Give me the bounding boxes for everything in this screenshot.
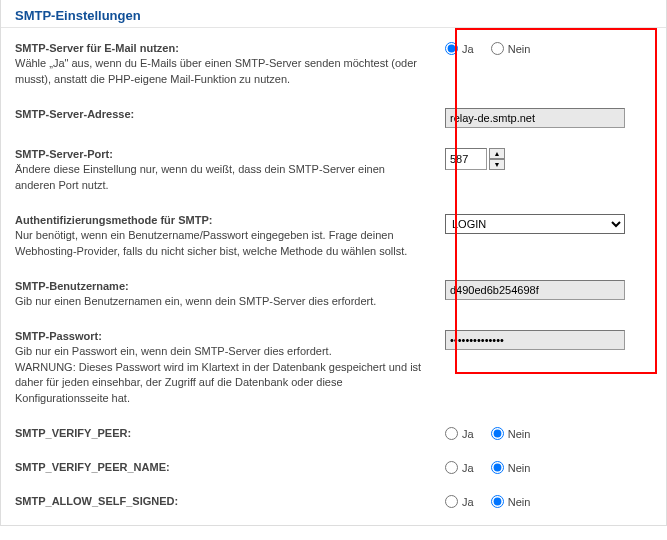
verify-peer-ja-radio[interactable] (445, 427, 458, 440)
user-input[interactable] (445, 280, 625, 300)
use-smtp-nein-label[interactable]: Nein (491, 43, 531, 55)
pass-label: SMTP-Passwort: (15, 330, 425, 342)
allow-self-nein-radio[interactable] (491, 495, 504, 508)
verify-peer-name-ja-label[interactable]: Ja (445, 462, 474, 474)
pass-input[interactable] (445, 330, 625, 350)
allow-self-label: SMTP_ALLOW_SELF_SIGNED: (15, 495, 425, 507)
row-verify-peer: SMTP_VERIFY_PEER: Ja Nein (1, 423, 666, 457)
port-down-button[interactable]: ▼ (489, 159, 505, 170)
verify-peer-radio-group: Ja Nein (445, 428, 544, 440)
row-user: SMTP-Benutzername: Gib nur einen Benutze… (1, 276, 666, 326)
verify-peer-label: SMTP_VERIFY_PEER: (15, 427, 425, 439)
port-desc: Ändere diese Einstellung nur, wenn du we… (15, 163, 385, 191)
verify-peer-nein-radio[interactable] (491, 427, 504, 440)
port-label: SMTP-Server-Port: (15, 148, 425, 160)
use-smtp-label: SMTP-Server für E-Mail nutzen: (15, 42, 425, 54)
user-desc: Gib nur einen Benutzernamen ein, wenn de… (15, 295, 376, 307)
verify-peer-name-nein-radio[interactable] (491, 461, 504, 474)
allow-self-radio-group: Ja Nein (445, 496, 544, 508)
port-up-button[interactable]: ▲ (489, 148, 505, 159)
section-title: SMTP-Einstellungen (1, 0, 666, 28)
row-allow-self: SMTP_ALLOW_SELF_SIGNED: Ja Nein (1, 491, 666, 525)
user-label: SMTP-Benutzername: (15, 280, 425, 292)
auth-desc: Nur benötigt, wenn ein Benutzername/Pass… (15, 229, 407, 257)
smtp-settings-panel: SMTP-Einstellungen SMTP-Server für E-Mai… (0, 0, 667, 526)
verify-peer-nein-label[interactable]: Nein (491, 428, 531, 440)
port-spinner: ▲ ▼ (489, 148, 505, 170)
server-label: SMTP-Server-Adresse: (15, 108, 425, 120)
verify-peer-ja-label[interactable]: Ja (445, 428, 474, 440)
allow-self-ja-label[interactable]: Ja (445, 496, 474, 508)
pass-desc1: Gib nur ein Passwort ein, wenn dein SMTP… (15, 345, 332, 357)
allow-self-ja-radio[interactable] (445, 495, 458, 508)
use-smtp-ja-label[interactable]: Ja (445, 43, 474, 55)
verify-peer-name-nein-label[interactable]: Nein (491, 462, 531, 474)
server-input[interactable] (445, 108, 625, 128)
row-pass: SMTP-Passwort: Gib nur ein Passwort ein,… (1, 326, 666, 424)
use-smtp-ja-radio[interactable] (445, 42, 458, 55)
use-smtp-desc: Wähle „Ja" aus, wenn du E-Mails über ein… (15, 57, 417, 85)
pass-desc2: WARNUNG: Dieses Passwort wird im Klartex… (15, 361, 421, 405)
verify-peer-name-label: SMTP_VERIFY_PEER_NAME: (15, 461, 425, 473)
row-port: SMTP-Server-Port: Ändere diese Einstellu… (1, 144, 666, 210)
use-smtp-radio-group: Ja Nein (445, 43, 544, 55)
auth-select[interactable]: LOGIN (445, 214, 625, 234)
auth-label: Authentifizierungsmethode für SMTP: (15, 214, 425, 226)
row-verify-peer-name: SMTP_VERIFY_PEER_NAME: Ja Nein (1, 457, 666, 491)
verify-peer-name-ja-radio[interactable] (445, 461, 458, 474)
row-server: SMTP-Server-Adresse: (1, 104, 666, 144)
verify-peer-name-radio-group: Ja Nein (445, 462, 544, 474)
port-input[interactable] (445, 148, 487, 170)
row-use-smtp: SMTP-Server für E-Mail nutzen: Wähle „Ja… (1, 38, 666, 104)
row-auth: Authentifizierungsmethode für SMTP: Nur … (1, 210, 666, 276)
use-smtp-nein-radio[interactable] (491, 42, 504, 55)
allow-self-nein-label[interactable]: Nein (491, 496, 531, 508)
